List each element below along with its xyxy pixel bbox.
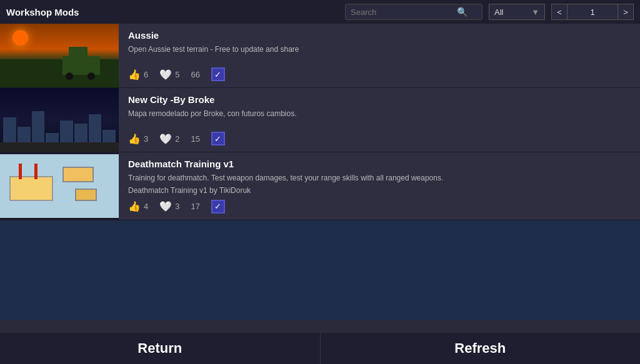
subscribe-checkbox-aussie[interactable]: ✓ [211,67,225,81]
subscribe-checkbox-new-city[interactable]: ✓ [211,132,225,145]
mod-subdesc-deathmatch: Deathmatch Training v1 by TikiDoruk [128,186,631,195]
hearts-new-city: 🤍 2 [159,133,179,145]
mod-desc-new-city: Mapa remodelado por Broke, con futuros c… [128,109,631,119]
mod-info-aussie: Aussie Open Aussie test terrain - Free t… [119,24,640,87]
hearts-count-aussie: 5 [175,70,179,79]
subscribers-aussie: 66 [191,70,199,79]
thumbs-up-icon: 👍 [128,69,141,81]
thumbs-up-icon: 👍 [128,200,141,212]
thumbs-up-icon: 👍 [128,133,141,145]
header: Workshop Mods 🔍 All ▼ < 1 > [0,0,640,24]
refresh-button[interactable]: Refresh [321,333,641,364]
likes-deathmatch: 👍 4 [128,200,148,212]
mod-name-new-city: New City -By Broke [128,94,631,105]
thumbnail-aussie [0,24,119,87]
search-input[interactable] [351,7,457,17]
hearts-deathmatch: 🤍 3 [159,200,179,212]
heart-icon: 🤍 [159,200,172,212]
hearts-aussie: 🤍 5 [159,69,179,81]
subscribers-new-city: 15 [191,134,199,144]
subscribers-deathmatch: 17 [191,202,199,211]
thumbnail-new-city [0,88,119,152]
hearts-count-new-city: 2 [175,134,179,144]
subscribers-count-aussie: 66 [191,70,199,79]
hearts-count-deathmatch: 3 [175,202,179,211]
search-icon: 🔍 [457,7,468,17]
return-button[interactable]: Return [0,333,321,364]
mod-stats-new-city: 👍 3 🤍 2 15 ✓ [128,127,631,145]
mod-info-deathmatch: Deathmatch Training v1 Training for deat… [119,152,640,220]
mod-stats-aussie: 👍 6 🤍 5 66 ✓ [128,62,631,81]
thumbnail-deathmatch [0,152,119,220]
app-title: Workshop Mods [6,7,79,17]
prev-page-button[interactable]: < [551,4,568,20]
empty-area [0,220,640,320]
subscribers-count-new-city: 15 [191,134,199,144]
footer: Return Refresh [0,333,640,364]
subscribers-count-deathmatch: 17 [191,202,199,211]
heart-icon: 🤍 [159,133,172,145]
likes-aussie: 👍 6 [128,69,148,81]
likes-count-aussie: 6 [144,70,148,79]
pagination: < 1 > [551,4,634,20]
mod-desc-deathmatch: Training for deathmatch. Test weapon dam… [128,173,631,184]
next-page-button[interactable]: > [618,4,634,20]
likes-count-deathmatch: 4 [144,202,148,211]
mod-stats-deathmatch: 👍 4 🤍 3 17 ✓ [128,195,631,214]
subscribe-checkbox-deathmatch[interactable]: ✓ [211,200,225,214]
mod-name-aussie: Aussie [128,30,631,41]
heart-icon: 🤍 [159,69,172,81]
mod-info-new-city: New City -By Broke Mapa remodelado por B… [119,88,640,152]
mod-item-aussie: Aussie Open Aussie test terrain - Free t… [0,24,640,88]
filter-value: All [494,7,503,17]
filter-dropdown[interactable]: All ▼ [489,4,545,20]
mod-item-new-city: New City -By Broke Mapa remodelado por B… [0,88,640,152]
likes-new-city: 👍 3 [128,133,148,145]
chevron-down-icon: ▼ [531,7,539,17]
search-box[interactable]: 🔍 [345,4,482,20]
likes-count-new-city: 3 [144,134,148,144]
mods-list: Aussie Open Aussie test terrain - Free t… [0,24,640,333]
page-number: 1 [568,4,618,20]
mod-desc-aussie: Open Aussie test terrain - Free to updat… [128,44,631,55]
mod-name-deathmatch: Deathmatch Training v1 [128,159,631,169]
mod-item-deathmatch: Deathmatch Training v1 Training for deat… [0,152,640,220]
